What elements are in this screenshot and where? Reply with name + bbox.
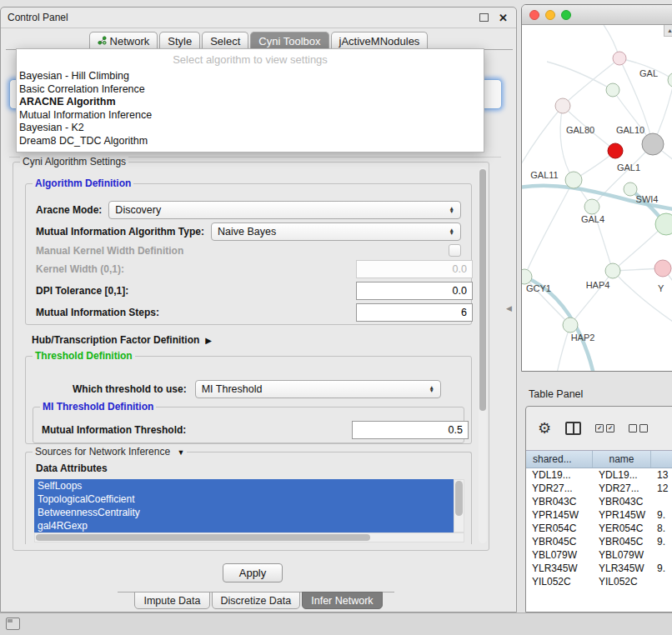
clear-all-checkboxes-icon[interactable] bbox=[629, 424, 648, 432]
float-window-icon[interactable] bbox=[479, 13, 489, 22]
table-row[interactable]: YIL052CYIL052C bbox=[526, 575, 672, 588]
attribute-item-selfloops[interactable]: SelfLoops bbox=[34, 479, 454, 492]
tab-jactivemnodules[interactable]: jActiveMNodules bbox=[331, 32, 429, 50]
node-label-gal80: GAL80 bbox=[566, 125, 594, 135]
mi-steps-input[interactable] bbox=[356, 303, 473, 322]
column-header-shared[interactable]: shared... bbox=[526, 451, 593, 468]
scrollbar-thumb[interactable] bbox=[479, 169, 486, 411]
network-node-gal4[interactable] bbox=[584, 199, 599, 214]
which-threshold-value: MI Threshold bbox=[202, 383, 263, 395]
column-header-name[interactable]: name bbox=[593, 451, 651, 468]
list-vertical-scrollbar[interactable] bbox=[454, 479, 464, 532]
collapse-arrow-icon[interactable]: ▼ bbox=[177, 448, 184, 457]
menu-item-mutual-information-inference[interactable]: Mutual Information Inference bbox=[17, 109, 484, 122]
minimize-traffic-light-icon[interactable] bbox=[545, 10, 555, 20]
tab-label: Network bbox=[110, 35, 150, 48]
scrollbar-thumb[interactable] bbox=[455, 481, 463, 516]
table-row[interactable]: YLR345WYLR345W9. bbox=[526, 562, 672, 575]
cell: YPR145W bbox=[526, 509, 593, 521]
network-node-gcy1[interactable] bbox=[522, 269, 532, 284]
network-node-mid[interactable] bbox=[605, 263, 620, 278]
manual-kernel-width-checkbox[interactable] bbox=[449, 244, 461, 257]
table-row[interactable]: YDR27...YDR27...12 bbox=[526, 482, 672, 495]
cell: 9. bbox=[651, 509, 672, 521]
network-edge[interactable] bbox=[524, 180, 574, 277]
bottom-tab-impute-data[interactable]: Impute Data bbox=[134, 592, 209, 609]
mi-algorithm-type-select[interactable]: Naive Bayes ▲▼ bbox=[211, 222, 461, 241]
network-node-red[interactable] bbox=[608, 143, 623, 158]
zoom-traffic-light-icon[interactable] bbox=[561, 10, 571, 20]
network-node-gal10[interactable] bbox=[642, 133, 664, 155]
cell: YER054C bbox=[593, 522, 651, 534]
data-attributes-list[interactable]: SelfLoopsTopologicalCoefficientBetweenne… bbox=[34, 479, 464, 542]
menu-item-aracne-algorithm[interactable]: ARACNE Algorithm bbox=[17, 96, 484, 109]
mi-threshold-input[interactable] bbox=[352, 421, 469, 439]
manual-kernel-width-row: Manual Kernel Width Definition bbox=[36, 244, 461, 257]
attribute-item-gal4rgexp[interactable]: gal4RGexp bbox=[34, 519, 454, 532]
which-threshold-select[interactable]: MI Threshold ▲▼ bbox=[195, 380, 441, 398]
network-node-green-a[interactable] bbox=[606, 83, 619, 97]
network-node-gal80[interactable] bbox=[555, 98, 570, 113]
bottom-tab-discretize-data[interactable]: Discretize Data bbox=[212, 592, 301, 609]
network-graph[interactable]: GALGAL80GAL10GAL11GAL1SWI4GAL4GCY1HAP4YH… bbox=[522, 25, 672, 372]
mi-algorithm-type-value: Naive Bayes bbox=[218, 226, 276, 238]
table-row[interactable]: YBL079WYBL079W bbox=[526, 548, 672, 562]
cell: YBL079W bbox=[593, 549, 651, 561]
network-edge[interactable] bbox=[570, 271, 613, 325]
tab-style[interactable]: Style bbox=[159, 32, 200, 50]
table-row[interactable]: YPR145WYPR145W9. bbox=[526, 508, 672, 522]
bottom-tab-infer-network[interactable]: Infer Network bbox=[302, 592, 382, 609]
network-node-hap2[interactable] bbox=[563, 318, 578, 332]
menu-item-dream8-dc-tdc-algorithm[interactable]: Dream8 DC_TDC Algorithm bbox=[17, 135, 484, 148]
apply-button[interactable]: Apply bbox=[223, 563, 283, 582]
kernel-width-input[interactable] bbox=[356, 260, 473, 278]
select-all-checkboxes-icon[interactable]: ✓✓ bbox=[595, 424, 614, 432]
table-body: YDL19...YDL19...13YDR27...YDR27...12YBR0… bbox=[526, 468, 672, 612]
aracne-mode-label: Aracne Mode: bbox=[36, 204, 102, 216]
network-edge[interactable] bbox=[560, 106, 574, 180]
aracne-mode-select[interactable]: Discovery ▲▼ bbox=[108, 201, 461, 219]
cell: YIL052C bbox=[526, 576, 593, 588]
node-label-gal1: GAL1 bbox=[617, 162, 640, 172]
dpi-tolerance-input[interactable] bbox=[356, 282, 473, 300]
attribute-item-topologicalcoefficient[interactable]: TopologicalCoefficient bbox=[34, 492, 454, 506]
network-edge[interactable] bbox=[613, 271, 672, 330]
network-node-pink-right[interactable] bbox=[654, 260, 671, 277]
mi-threshold-label: Mutual Information Threshold: bbox=[42, 424, 186, 436]
table-row[interactable]: YDL19...YDL19...13 bbox=[526, 468, 672, 482]
close-traffic-light-icon[interactable] bbox=[529, 10, 539, 20]
network-node-gal-right[interactable] bbox=[668, 72, 672, 88]
network-edge[interactable] bbox=[547, 62, 613, 90]
network-edge[interactable] bbox=[563, 58, 619, 106]
column-header-col-2[interactable] bbox=[651, 451, 672, 468]
minimized-panel-icon[interactable] bbox=[6, 618, 20, 630]
close-icon[interactable]: ✕ bbox=[499, 12, 508, 24]
table-panel-title: Table Panel bbox=[529, 388, 583, 400]
table-row[interactable]: YBR043CYBR043C bbox=[526, 495, 672, 508]
tab-network[interactable]: Network bbox=[89, 32, 158, 50]
network-node-gal11[interactable] bbox=[565, 172, 582, 188]
menu-item-bayesian-k2[interactable]: Bayesian - K2 bbox=[17, 122, 484, 135]
settings-scrollbar[interactable] bbox=[479, 168, 487, 543]
hub-section-toggle[interactable]: Hub/Transcription Factor Definition ▶ bbox=[32, 334, 212, 346]
menu-item-bayesian-hill-climbing[interactable]: Bayesian - Hill Climbing bbox=[17, 70, 484, 83]
network-node-pink-top[interactable] bbox=[613, 52, 626, 65]
control-panel-titlebar[interactable]: Control Panel ✕ bbox=[1, 8, 516, 28]
algorithm-dropdown-menu: Select algorithm to view settings Bayesi… bbox=[16, 48, 484, 152]
tab-select[interactable]: Select bbox=[202, 32, 248, 50]
scrollbar-thumb[interactable] bbox=[36, 534, 370, 541]
tab-cyni-toolbox[interactable]: Cyni Toolbox bbox=[250, 32, 328, 50]
gear-icon[interactable]: ⚙ bbox=[538, 421, 551, 436]
menu-item-basic-correlation-inference[interactable]: Basic Correlation Inference bbox=[17, 83, 484, 97]
columns-icon[interactable] bbox=[565, 422, 581, 435]
list-horizontal-scrollbar[interactable] bbox=[34, 532, 464, 542]
attribute-item-betweennesscentrality[interactable]: BetweennessCentrality bbox=[34, 506, 454, 519]
network-edge[interactable] bbox=[522, 106, 563, 172]
combo-arrows-icon: ▲▼ bbox=[424, 386, 434, 393]
table-row[interactable]: YBR045CYBR045C9. bbox=[526, 535, 672, 548]
network-window-titlebar[interactable] bbox=[522, 5, 672, 25]
canvas-scroll-corner[interactable]: ▲ bbox=[664, 25, 672, 37]
table-row[interactable]: YER054CYER054C8. bbox=[526, 522, 672, 535]
splitpane-collapse-icon[interactable]: ◀ bbox=[506, 304, 512, 312]
network-canvas[interactable]: GALGAL80GAL10GAL11GAL1SWI4GAL4GCY1HAP4YH… bbox=[522, 25, 672, 371]
